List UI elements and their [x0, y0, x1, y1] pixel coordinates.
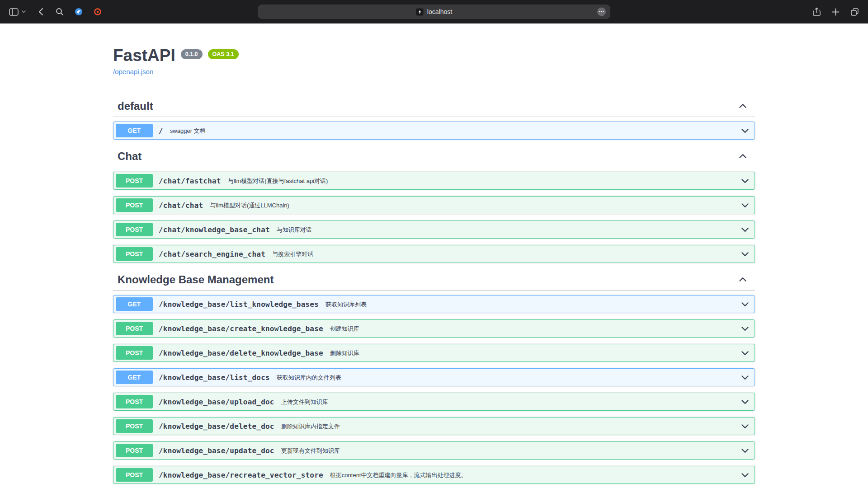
endpoint-path: /knowledge_base/delete_knowledge_base	[159, 349, 323, 357]
endpoint-row[interactable]: POST/knowledge_base/delete_knowledge_bas…	[113, 344, 755, 362]
method-badge: POST	[116, 174, 153, 188]
swagger-container: FastAPI 0.1.0 OAS 3.1 /openapi.json defa…	[113, 23, 755, 484]
method-badge: POST	[116, 419, 153, 433]
site-favicon-icon	[416, 8, 424, 16]
section-header[interactable]: Chat	[113, 146, 755, 167]
api-title: FastAPI	[113, 46, 175, 65]
endpoint-path: /knowledge_base/recreate_vector_store	[159, 471, 323, 479]
expand-chevron-icon[interactable]	[740, 470, 750, 480]
share-icon[interactable]	[810, 5, 823, 18]
endpoint-path: /knowledge_base/create_knowledge_base	[159, 324, 323, 333]
endpoint-row[interactable]: POST/chat/knowledge_base_chat与知识库对话	[113, 221, 755, 239]
api-section: ChatPOST/chat/fastchat与llm模型对话(直接与fastch…	[113, 146, 755, 263]
screen: localhost FastAPI 0.1.0 OAS 3.1	[0, 0, 868, 488]
endpoint-row[interactable]: GET/swagger 文档	[113, 122, 755, 140]
endpoint-row[interactable]: POST/knowledge_base/create_knowledge_bas…	[113, 319, 755, 338]
endpoint-summary: 获取知识库列表	[326, 300, 367, 309]
expand-chevron-icon[interactable]	[740, 299, 750, 309]
section-title: Chat	[118, 150, 142, 163]
method-badge: POST	[116, 395, 153, 408]
endpoint-row[interactable]: POST/chat/chat与llm模型对话(通过LLMChain)	[113, 196, 755, 214]
endpoint-path: /knowledge_base/delete_doc	[159, 422, 274, 431]
section-title: default	[118, 99, 153, 113]
endpoint-path: /knowledge_base/list_knowledge_bases	[159, 300, 319, 309]
endpoint-row[interactable]: POST/knowledge_base/update_doc更新现有文件到知识库	[113, 441, 755, 460]
expand-chevron-icon[interactable]	[740, 200, 750, 210]
api-sections: defaultGET/swagger 文档ChatPOST/chat/fastc…	[113, 96, 755, 484]
endpoint-summary: 与搜索引擎对话	[272, 250, 313, 258]
endpoint-path: /knowledge_base/upload_doc	[159, 398, 274, 406]
endpoint-summary: 删除知识库	[330, 349, 359, 357]
toolbar-left-group	[7, 5, 104, 18]
endpoint-row[interactable]: POST/chat/fastchat与llm模型对话(直接与fastchat a…	[113, 172, 755, 190]
endpoint-summary: 删除知识库内指定文件	[281, 422, 340, 431]
endpoint-summary: 获取知识库内的文件列表	[277, 374, 341, 382]
endpoint-row[interactable]: POST/knowledge_base/upload_doc上传文件到知识库	[113, 393, 755, 411]
method-badge: GET	[116, 371, 153, 384]
api-title-row: FastAPI 0.1.0 OAS 3.1	[113, 46, 755, 65]
endpoint-path: /	[159, 127, 163, 135]
endpoint-summary: 上传文件到知识库	[281, 398, 328, 406]
api-section: Knowledge Base ManagementGET/knowledge_b…	[113, 269, 755, 484]
endpoint-path: /knowledge_base/update_doc	[159, 446, 274, 455]
expand-chevron-icon[interactable]	[740, 324, 750, 333]
endpoint-row[interactable]: POST/knowledge_base/recreate_vector_stor…	[113, 466, 755, 484]
toolbar-right-group	[810, 5, 861, 18]
toolbar-chevron-down-icon[interactable]	[22, 5, 28, 18]
expand-chevron-icon[interactable]	[740, 421, 750, 431]
collapse-chevron-icon[interactable]	[738, 151, 748, 161]
sidebar-toggle-icon[interactable]	[7, 5, 20, 18]
endpoint-summary: 与llm模型对话(直接与fastchat api对话)	[228, 177, 328, 185]
blue-extension-icon[interactable]	[72, 5, 85, 18]
endpoint-row[interactable]: POST/chat/search_engine_chat与搜索引擎对话	[113, 245, 755, 263]
expand-chevron-icon[interactable]	[740, 176, 750, 186]
expand-chevron-icon[interactable]	[740, 397, 750, 407]
method-badge: GET	[116, 297, 153, 311]
expand-chevron-icon[interactable]	[740, 126, 750, 136]
back-icon[interactable]	[34, 5, 47, 18]
endpoint-path: /chat/chat	[159, 201, 203, 210]
section-header[interactable]: Knowledge Base Management	[113, 269, 755, 291]
expand-chevron-icon[interactable]	[740, 348, 750, 358]
endpoint-summary: 创建知识库	[330, 325, 359, 333]
endpoint-path: /chat/knowledge_base_chat	[159, 225, 270, 234]
new-tab-icon[interactable]	[829, 5, 842, 18]
browser-toolbar: localhost	[0, 0, 868, 23]
orange-extension-icon[interactable]	[91, 5, 104, 18]
endpoint-summary: 更新现有文件到知识库	[281, 447, 340, 455]
method-badge: GET	[116, 124, 153, 137]
swagger-ui: FastAPI 0.1.0 OAS 3.1 /openapi.json defa…	[0, 23, 868, 488]
method-badge: POST	[116, 468, 153, 482]
endpoint-row[interactable]: GET/knowledge_base/list_knowledge_bases获…	[113, 295, 755, 313]
api-section: defaultGET/swagger 文档	[113, 96, 755, 140]
endpoint-summary: 根据content中文档重建向量库，流式输出处理进度。	[330, 471, 467, 479]
endpoint-summary: swagger 文档	[170, 127, 206, 135]
endpoint-summary: 与llm模型对话(通过LLMChain)	[210, 202, 289, 210]
endpoint-summary: 与知识库对话	[277, 226, 312, 234]
method-badge: POST	[116, 198, 153, 212]
page-options-icon[interactable]	[597, 8, 606, 16]
expand-chevron-icon[interactable]	[740, 446, 750, 455]
endpoint-path: /chat/fastchat	[159, 177, 221, 185]
section-header[interactable]: default	[113, 96, 755, 117]
expand-chevron-icon[interactable]	[740, 249, 750, 259]
method-badge: POST	[116, 223, 153, 236]
collapse-chevron-icon[interactable]	[738, 275, 748, 285]
address-text: localhost	[427, 8, 452, 15]
expand-chevron-icon[interactable]	[740, 225, 750, 235]
section-title: Knowledge Base Management	[118, 273, 274, 286]
version-badge: 0.1.0	[181, 49, 203, 59]
endpoint-path: /knowledge_base/list_docs	[159, 373, 270, 382]
expand-chevron-icon[interactable]	[740, 372, 750, 382]
collapse-chevron-icon[interactable]	[738, 101, 748, 111]
endpoint-row[interactable]: POST/knowledge_base/delete_doc删除知识库内指定文件	[113, 417, 755, 435]
endpoint-row[interactable]: GET/knowledge_base/list_docs获取知识库内的文件列表	[113, 368, 755, 386]
openapi-link[interactable]: /openapi.json	[113, 68, 153, 75]
oas-badge: OAS 3.1	[208, 49, 239, 59]
endpoint-path: /chat/search_engine_chat	[159, 250, 265, 258]
method-badge: POST	[116, 346, 153, 360]
tab-overview-icon[interactable]	[848, 5, 861, 18]
search-icon[interactable]	[53, 5, 66, 18]
address-bar[interactable]: localhost	[258, 5, 610, 19]
method-badge: POST	[116, 322, 153, 335]
